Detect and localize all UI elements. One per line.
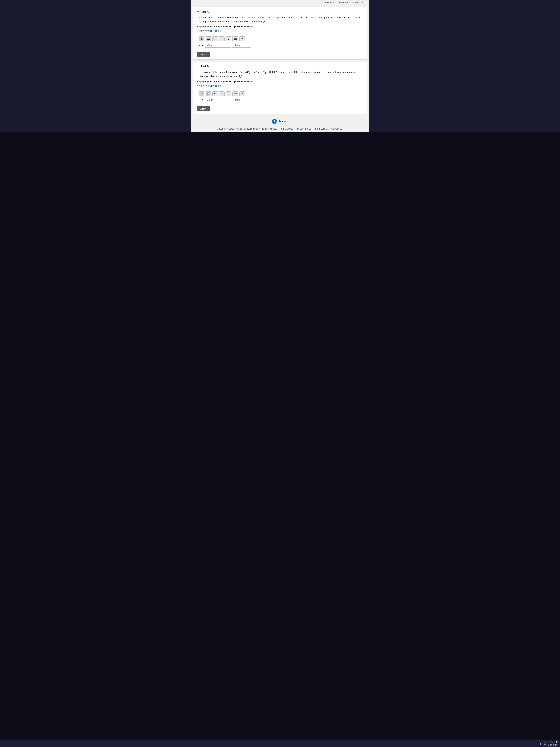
dark-background bbox=[0, 132, 560, 747]
part-a-problem-text: A sample of a gas at room temperature oc… bbox=[197, 16, 363, 24]
part-a-express-label: Express your answer with the appropriate… bbox=[197, 25, 363, 28]
refresh-button-b[interactable]: ↻ bbox=[226, 91, 231, 96]
part-b-units-input[interactable] bbox=[232, 98, 251, 102]
network-icon: 🖥 bbox=[539, 742, 542, 745]
part-b-answer-box: ⊞ μÅ ↩ ↪ ↻ ⌨ ? P2 = bbox=[197, 90, 267, 104]
part-a-toolbar: ⊞ μÅ ↩ ↪ ↻ ⌨ ? bbox=[199, 36, 265, 41]
part-a-variable-label: V2 = bbox=[199, 44, 204, 47]
part-a-title: Part A bbox=[201, 10, 209, 14]
pearson-brand-label: Pearson bbox=[278, 120, 288, 123]
review-link[interactable]: Review bbox=[327, 1, 335, 4]
help-button-b[interactable]: ? bbox=[239, 91, 245, 96]
contact-link[interactable]: Contact Us bbox=[331, 127, 342, 130]
part-b-toolbar: ⊞ μÅ ↩ ↪ ↻ ⌨ ? bbox=[199, 91, 265, 96]
part-a-value-input[interactable] bbox=[205, 43, 231, 48]
undo-button-b[interactable]: ↩ bbox=[212, 91, 218, 96]
undo-button-a[interactable]: ↩ bbox=[212, 36, 218, 41]
keyboard-button-a[interactable]: ⌨ bbox=[233, 36, 238, 41]
volume-icon: 🔊 bbox=[543, 742, 546, 745]
part-b-section: ▼ Part B If the volume of the original s… bbox=[193, 61, 367, 114]
part-a-units-input[interactable] bbox=[232, 43, 251, 48]
terms-link[interactable]: Terms of Use bbox=[280, 127, 293, 130]
part-b-header: ▼ Part B bbox=[197, 65, 363, 68]
symbol-button-b[interactable]: ⊞ bbox=[199, 91, 205, 96]
part-a-answer-box: ⊞ μÅ ↩ ↪ ↻ ⌨ ? V2 = bbox=[197, 35, 267, 49]
taskbar-time-display: 10:09 PM bbox=[548, 741, 558, 744]
part-b-input-row: P2 = bbox=[199, 98, 265, 102]
privacy-link[interactable]: Privacy Policy bbox=[297, 127, 311, 130]
periodic-table-link[interactable]: Periodic Table bbox=[351, 1, 366, 4]
part-b-title: Part B bbox=[201, 65, 209, 68]
help-button-a[interactable]: ? bbox=[239, 36, 245, 41]
taskbar-clock: 10:09 PM 6/22/2020 bbox=[548, 741, 558, 747]
part-a-header: ▼ Part A bbox=[197, 10, 363, 14]
symbol-button-a[interactable]: ⊞ bbox=[199, 36, 205, 41]
part-b-variable-label: P2 = bbox=[199, 98, 204, 102]
redo-button-a[interactable]: ↪ bbox=[219, 36, 224, 41]
pearson-logo-icon: P bbox=[272, 119, 277, 124]
mu-button-b[interactable]: μÅ bbox=[206, 91, 211, 96]
part-b-submit-button[interactable]: Submit bbox=[197, 106, 210, 111]
part-a-section: ▼ Part A A sample of a gas at room tempe… bbox=[193, 7, 367, 60]
copyright-bar: Copyright © 2020 Pearson Education Inc. … bbox=[191, 126, 369, 132]
part-b-express-label: Express your answer with the appropriate… bbox=[197, 80, 363, 83]
redo-button-b[interactable]: ↪ bbox=[219, 91, 224, 96]
refresh-button-a[interactable]: ↻ bbox=[226, 36, 231, 41]
constants-link[interactable]: Constants bbox=[338, 1, 348, 4]
taskbar-date-display: 6/22/2020 bbox=[548, 744, 558, 747]
part-a-hints[interactable]: View Available Hint(s) bbox=[197, 29, 363, 32]
part-b-problem-text: If the volume of the original sample in … bbox=[197, 70, 363, 78]
stop-icon: ■ bbox=[325, 1, 326, 4]
taskbar-system-icons: 🖥 🔊 bbox=[539, 742, 546, 745]
pearson-footer: P Pearson bbox=[191, 117, 369, 126]
part-b-value-input[interactable] bbox=[205, 98, 231, 102]
part-b-collapse[interactable]: ▼ bbox=[197, 65, 199, 68]
mu-button-a[interactable]: μÅ bbox=[206, 36, 211, 41]
keyboard-button-b[interactable]: ⌨ bbox=[233, 91, 238, 96]
permissions-link[interactable]: Permissions bbox=[315, 127, 327, 130]
part-a-submit-button[interactable]: Submit bbox=[197, 52, 210, 56]
taskbar: 🖥 🔊 10:09 PM 6/22/2020 bbox=[0, 740, 560, 747]
copyright-text: Copyright © 2020 Pearson Education Inc. … bbox=[217, 127, 277, 130]
part-b-hints[interactable]: View Available Hint(s) bbox=[197, 84, 363, 87]
top-bar: ■ Review | Constants | Periodic Table bbox=[191, 0, 369, 5]
part-a-collapse[interactable]: ▼ bbox=[197, 10, 199, 13]
part-a-input-row: V2 = bbox=[199, 43, 265, 48]
